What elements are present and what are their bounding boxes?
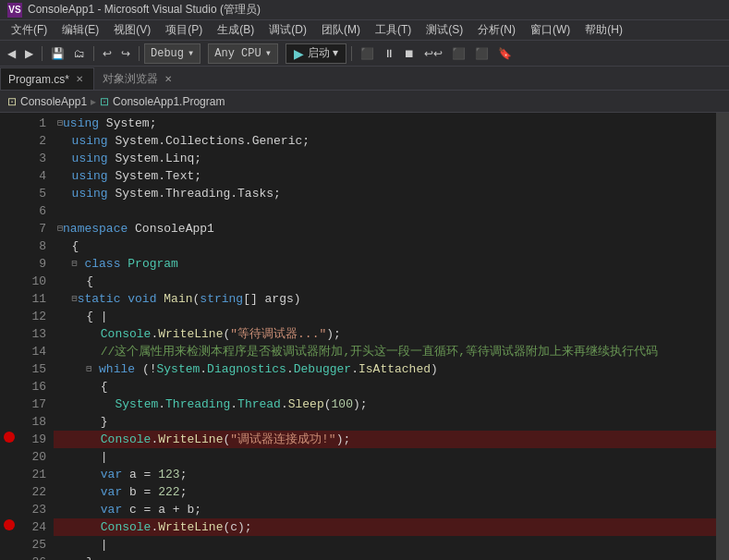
line-num-2: 2 — [18, 132, 46, 150]
line-num-12: 12 — [18, 308, 46, 325]
line-num-7: 7 — [18, 220, 46, 237]
line-num-9: 9 — [18, 255, 46, 273]
menu-help[interactable]: 帮助(H) — [577, 20, 630, 40]
code-line-6 — [54, 202, 716, 220]
debug-config-label: Debug — [151, 47, 184, 60]
line-num-4: 4 — [18, 167, 46, 185]
menu-test[interactable]: 测试(S) — [419, 20, 470, 40]
separator-4 — [351, 46, 352, 61]
vertical-scrollbar[interactable] — [716, 113, 729, 560]
code-line-26: } — [54, 554, 716, 560]
code-line-8: { — [54, 237, 716, 255]
forward-button[interactable]: ▶ — [21, 43, 37, 64]
tab-label-program: Program.cs* — [8, 73, 69, 86]
tab-object-browser[interactable]: 对象浏览器 ✕ — [94, 67, 183, 90]
code-line-2: using System.Collections.Generic; — [54, 132, 716, 150]
code-line-12: { | — [54, 308, 716, 325]
start-label: 启动 ▾ — [308, 45, 338, 61]
save-all-button[interactable]: 🗂 — [70, 43, 89, 64]
title-text: ConsoleApp1 - Microsoft Visual Studio (管… — [28, 2, 261, 18]
line-num-20: 20 — [18, 448, 46, 466]
code-line-9: ⊟ class Program — [54, 255, 716, 273]
code-line-16: { — [54, 378, 716, 396]
breakpoint-19[interactable] — [4, 432, 15, 443]
line-numbers: 1 2 3 4 5 6 7 8 9 10 11 12 13 14 15 16 1… — [18, 113, 54, 560]
line-num-10: 10 — [18, 273, 46, 290]
code-line-11: ⊟static void Main(string[] args) — [54, 290, 716, 308]
start-button[interactable]: ▶ 启动 ▾ — [286, 43, 346, 64]
left-margin — [0, 113, 18, 560]
debug-config-dropdown[interactable]: Debug ▾ — [144, 43, 200, 64]
menu-project[interactable]: 项目(P) — [158, 20, 210, 40]
tab-label-browser: 对象浏览器 — [103, 71, 158, 87]
line-num-25: 25 — [18, 536, 46, 554]
toolbar-btn-5[interactable]: ⬛ — [448, 43, 469, 64]
code-area[interactable]: ⊟using System; using System.Collections.… — [54, 113, 716, 560]
line-num-6: 6 — [18, 202, 46, 220]
toolbar-btn-3[interactable]: ⏹ — [400, 43, 419, 64]
breadcrumb-icon: ⊡ — [7, 95, 17, 108]
line-num-16: 16 — [18, 378, 46, 396]
line-num-18: 18 — [18, 413, 46, 431]
breadcrumb-item[interactable]: ConsoleApp1.Program — [113, 95, 225, 108]
toolbar-btn-4[interactable]: ↩↩ — [420, 43, 446, 64]
line-num-22: 22 — [18, 483, 46, 501]
editor-area: 1 2 3 4 5 6 7 8 9 10 11 12 13 14 15 16 1… — [0, 113, 729, 560]
code-line-20: | — [54, 448, 716, 466]
undo-button[interactable]: ↩ — [99, 43, 115, 64]
line-num-17: 17 — [18, 396, 46, 413]
toolbar-btn-1[interactable]: ⬛ — [357, 43, 378, 64]
code-line-18: } — [54, 413, 716, 431]
line-num-21: 21 — [18, 466, 46, 483]
line-num-11: 11 — [18, 290, 46, 308]
platform-dropdown[interactable]: Any CPU ▾ — [208, 43, 278, 64]
tab-close-browser[interactable]: ✕ — [162, 73, 175, 86]
code-line-23: var c = a + b; — [54, 501, 716, 518]
menu-view[interactable]: 视图(V) — [106, 20, 158, 40]
toolbar-btn-6[interactable]: ⬛ — [471, 43, 492, 64]
code-line-14: //这个属性用来检测本程序是否被调试器附加,开头这一段一直循环,等待调试器附加上… — [54, 343, 716, 360]
code-line-25: | — [54, 536, 716, 554]
separator-1 — [42, 46, 43, 61]
menu-window[interactable]: 窗口(W) — [523, 20, 577, 40]
line-num-23: 23 — [18, 501, 46, 518]
platform-label: Any CPU — [214, 47, 261, 60]
redo-button[interactable]: ↪ — [117, 43, 134, 64]
menu-edit[interactable]: 编辑(E) — [55, 20, 106, 40]
breadcrumb-project[interactable]: ConsoleApp1 — [20, 95, 87, 108]
line-num-15: 15 — [18, 360, 46, 378]
code-line-4: using System.Text; — [54, 167, 716, 185]
line-num-13: 13 — [18, 325, 46, 343]
code-line-13: Console.WriteLine("等待调试器..."); — [54, 325, 716, 343]
toolbar-btn-2[interactable]: ⏸ — [380, 43, 398, 64]
line-num-5: 5 — [18, 185, 46, 202]
code-line-19: Console.WriteLine("调试器连接成功!"); — [54, 431, 716, 448]
menu-bar: 文件(F) 编辑(E) 视图(V) 项目(P) 生成(B) 调试(D) 团队(M… — [0, 20, 729, 41]
line-num-3: 3 — [18, 150, 46, 167]
tab-close-program[interactable]: ✕ — [73, 73, 86, 86]
menu-analyze[interactable]: 分析(N) — [470, 20, 523, 40]
code-line-1: ⊟using System; — [54, 115, 716, 132]
breadcrumb: ⊡ ConsoleApp1 ▸ ⊡ ConsoleApp1.Program — [0, 91, 729, 113]
menu-build[interactable]: 生成(B) — [210, 20, 261, 40]
tab-bar: Program.cs* ✕ 对象浏览器 ✕ — [0, 67, 729, 91]
tab-program-cs[interactable]: Program.cs* ✕ — [0, 67, 94, 90]
menu-tools[interactable]: 工具(T) — [368, 20, 419, 40]
title-bar: VS ConsoleApp1 - Microsoft Visual Studio… — [0, 0, 729, 20]
chevron-down-icon: ▾ — [265, 46, 272, 60]
back-button[interactable]: ◀ — [4, 43, 19, 64]
menu-debug[interactable]: 调试(D) — [261, 20, 314, 40]
play-icon: ▶ — [294, 46, 304, 61]
code-line-3: using System.Linq; — [54, 150, 716, 167]
breadcrumb-separator: ▸ — [91, 95, 96, 108]
code-line-10: { — [54, 273, 716, 290]
line-num-14: 14 — [18, 343, 46, 360]
toolbar-btn-7[interactable]: 🔖 — [494, 43, 516, 64]
line-num-1: 1 — [18, 115, 46, 132]
menu-file[interactable]: 文件(F) — [4, 20, 55, 40]
save-button[interactable]: 💾 — [47, 43, 68, 64]
breakpoint-24[interactable] — [4, 519, 15, 530]
line-num-8: 8 — [18, 237, 46, 255]
code-line-5: using System.Threading.Tasks; — [54, 185, 716, 202]
menu-team[interactable]: 团队(M) — [314, 20, 368, 40]
